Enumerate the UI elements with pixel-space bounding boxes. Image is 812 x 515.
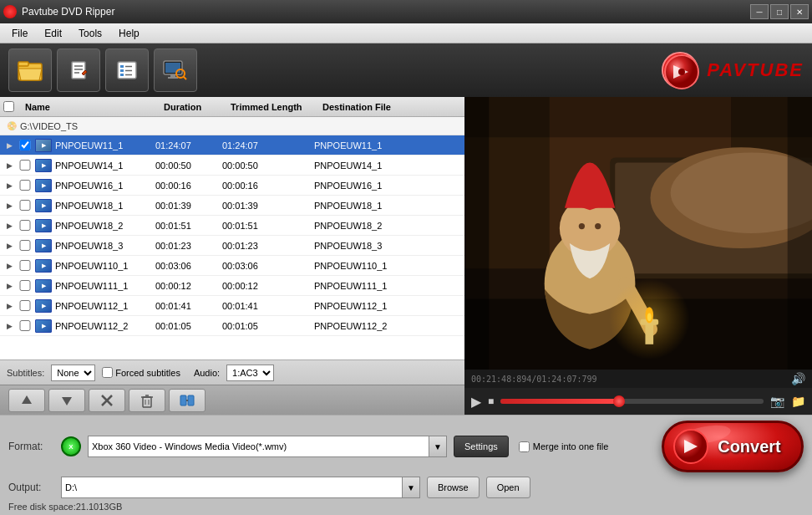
row-name-2: PNPOEUW16_1 xyxy=(55,181,155,191)
svg-line-18 xyxy=(184,77,187,80)
output-dropdown-button[interactable]: ▼ xyxy=(402,477,420,498)
row-checkbox[interactable] xyxy=(18,160,32,171)
move-up-button[interactable] xyxy=(8,389,45,412)
audio-select[interactable]: 1:AC3 xyxy=(226,365,274,381)
row-trimmed-0: 01:24:07 xyxy=(222,140,314,150)
menu-file[interactable]: File xyxy=(3,26,36,41)
browse-button[interactable]: Browse xyxy=(427,477,480,498)
app-icon xyxy=(3,5,17,18)
list-button[interactable] xyxy=(105,48,149,92)
convert-label: Convert xyxy=(718,437,781,456)
toolbar: PAVTUBE xyxy=(0,43,812,97)
merge-label: Merge into one file xyxy=(533,441,609,451)
row-name-1: PNPOEUW14_1 xyxy=(55,161,155,171)
row-trimmed-4: 00:01:51 xyxy=(222,221,314,231)
move-down-button[interactable] xyxy=(48,389,85,412)
menu-edit[interactable]: Edit xyxy=(36,26,70,41)
row-checkbox[interactable] xyxy=(18,140,32,150)
preview-panel: 00:21:48:894 / 01:24:07:799 🔊 ▶ ■ 📷 📁 xyxy=(464,97,812,415)
row-name-6: PNPOEUW110_1 xyxy=(55,261,155,271)
row-checkbox[interactable] xyxy=(18,280,32,291)
file-list[interactable]: 📀 G:\VIDEO_TS ▶ ▶ PNPOEUW11_1 01:24:07 0… xyxy=(0,117,464,359)
maximize-button[interactable]: □ xyxy=(770,4,789,19)
open-button[interactable] xyxy=(8,48,52,92)
format-label: Format: xyxy=(8,441,54,452)
audio-label: Audio: xyxy=(194,368,220,378)
screenshot-button[interactable]: 📷 xyxy=(770,395,784,408)
row-name-4: PNPOEUW18_2 xyxy=(55,221,155,231)
row-name-7: PNPOEUW111_1 xyxy=(55,281,155,291)
row-trimmed-6: 00:03:06 xyxy=(222,261,314,271)
split-button[interactable] xyxy=(169,389,206,412)
row-name-8: PNPOEUW112_1 xyxy=(55,301,155,311)
table-row[interactable]: ▶ ▶ PNPOEUW18_1 00:01:39 00:01:39 PNPOEU… xyxy=(0,196,464,216)
row-trimmed-5: 00:01:23 xyxy=(222,241,314,251)
table-row[interactable]: ▶ ▶ PNPOEUW16_1 00:00:16 00:00:16 PNPOEU… xyxy=(0,176,464,196)
table-row[interactable]: ▶ ▶ PNPOEUW14_1 00:00:50 00:00:50 PNPOEU… xyxy=(0,156,464,176)
convert-button[interactable]: Convert xyxy=(662,421,804,472)
row-dest-3: PNPOEUW18_1 xyxy=(314,201,464,211)
total-time: 01:24:07:799 xyxy=(536,375,596,384)
open-button[interactable]: Open xyxy=(486,477,530,498)
table-row[interactable]: ▶ ▶ PNPOEUW110_1 00:03:06 00:03:06 PNPOE… xyxy=(0,256,464,276)
table-row[interactable]: ▶ ▶ PNPOEUW18_3 00:01:23 00:01:23 PNPOEU… xyxy=(0,236,464,256)
search-monitor-button[interactable] xyxy=(154,48,197,92)
row-checkbox[interactable] xyxy=(18,320,32,331)
col-duration-header: Duration xyxy=(164,102,231,112)
merge-checkbox[interactable] xyxy=(519,441,530,452)
disk-info: Free disk space:21.1013GB xyxy=(8,502,804,512)
settings-button[interactable]: Settings xyxy=(454,436,509,457)
subtitles-select[interactable]: None xyxy=(51,365,95,381)
window-title: Pavtube DVD Ripper xyxy=(22,6,114,18)
row-duration-5: 00:01:23 xyxy=(155,241,222,251)
table-row[interactable]: ▶ ▶ PNPOEUW112_1 00:01:41 00:01:41 PNPOE… xyxy=(0,296,464,316)
action-bar xyxy=(0,385,464,415)
svg-rect-28 xyxy=(180,395,186,405)
table-row[interactable]: ▶ ▶ PNPOEUW112_2 00:01:05 00:01:05 PNPOE… xyxy=(0,316,464,336)
menu-help[interactable]: Help xyxy=(110,26,148,41)
row-checkbox[interactable] xyxy=(18,180,32,191)
table-row[interactable]: ▶ ▶ PNPOEUW11_1 01:24:07 01:24:07 PNPOEU… xyxy=(0,135,464,156)
remove-button[interactable] xyxy=(89,389,125,412)
row-dest-6: PNPOEUW110_1 xyxy=(314,261,464,271)
forced-subtitles-label: Forced subtitles xyxy=(115,368,180,378)
table-row[interactable]: ▶ ▶ PNPOEUW111_1 00:00:12 00:00:12 PNPOE… xyxy=(0,276,464,296)
select-all-checkbox[interactable] xyxy=(3,101,14,112)
progress-thumb[interactable] xyxy=(613,395,625,407)
format-row: Format: X Xbox 360 Video - Windows Media… xyxy=(8,421,804,472)
table-row[interactable]: ▶ ▶ PNPOEUW18_2 00:01:51 00:01:51 PNPOEU… xyxy=(0,216,464,236)
svg-rect-1 xyxy=(18,62,28,66)
progress-bar[interactable] xyxy=(500,399,764,404)
svg-rect-29 xyxy=(188,395,194,405)
window-controls: ─ □ ✕ xyxy=(750,4,809,19)
row-checkbox[interactable] xyxy=(18,220,32,231)
row-duration-3: 00:01:39 xyxy=(155,201,222,211)
menu-bar: File Edit Tools Help xyxy=(0,23,812,43)
volume-icon[interactable]: 🔊 xyxy=(791,372,805,385)
svg-rect-7 xyxy=(120,65,124,68)
menu-tools[interactable]: Tools xyxy=(70,26,110,41)
open-folder-button[interactable]: 📁 xyxy=(791,395,805,408)
format-dropdown-button[interactable]: ▼ xyxy=(429,436,447,457)
row-checkbox[interactable] xyxy=(18,240,32,251)
edit-button[interactable] xyxy=(57,48,100,92)
row-dest-1: PNPOEUW14_1 xyxy=(314,161,464,171)
delete-button[interactable] xyxy=(129,389,165,412)
row-checkbox[interactable] xyxy=(18,300,32,311)
stop-button[interactable]: ■ xyxy=(488,395,494,407)
row-checkbox[interactable] xyxy=(18,200,32,211)
forced-subtitles-checkbox[interactable] xyxy=(102,367,113,378)
svg-point-20 xyxy=(678,69,685,75)
svg-rect-14 xyxy=(165,63,180,73)
folder-path: G:\VIDEO_TS xyxy=(20,121,78,131)
row-duration-6: 00:03:06 xyxy=(155,261,222,271)
row-checkbox[interactable] xyxy=(18,260,32,271)
row-trimmed-1: 00:00:50 xyxy=(222,161,314,171)
format-input[interactable]: Xbox 360 Video - Windows Media Video(*.w… xyxy=(88,436,429,457)
play-button[interactable]: ▶ xyxy=(471,394,481,410)
output-input[interactable]: D:\ xyxy=(61,477,402,498)
subtitles-label: Subtitles: xyxy=(7,368,44,378)
minimize-button[interactable]: ─ xyxy=(750,4,769,19)
row-name-3: PNPOEUW18_1 xyxy=(55,201,155,211)
close-button[interactable]: ✕ xyxy=(790,4,809,19)
